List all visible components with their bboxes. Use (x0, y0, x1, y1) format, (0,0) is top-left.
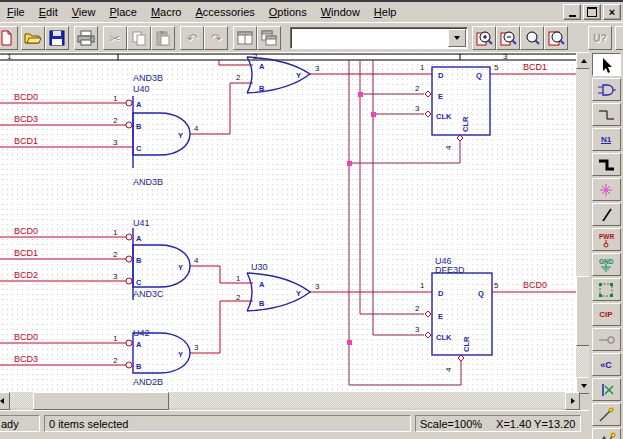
net-label[interactable]: BCD0 (14, 92, 38, 102)
clipped-tool-button[interactable]: ↕ (615, 26, 623, 50)
place-pin-tool[interactable] (592, 328, 621, 351)
pin-name[interactable]: Q (478, 289, 484, 298)
place-part-tool[interactable] (592, 78, 621, 101)
place-junction-tool[interactable] (592, 178, 621, 201)
open-button[interactable] (21, 26, 45, 50)
pin-name[interactable]: C (136, 144, 142, 153)
place-ground-tool[interactable]: GND (592, 253, 621, 276)
pin-number[interactable]: 2 (415, 84, 420, 93)
pin-name[interactable]: B (136, 362, 142, 371)
u41-value[interactable]: AND3C (133, 289, 164, 299)
pin-name[interactable]: E (438, 92, 443, 101)
menu-options[interactable]: Options (262, 4, 314, 20)
pin-name[interactable]: CLK (436, 112, 452, 121)
undo-button[interactable]: ↶ (180, 26, 204, 50)
pin-number[interactable]: 2 (113, 356, 118, 365)
print-button[interactable] (74, 26, 98, 50)
pin-name[interactable]: A (136, 100, 142, 109)
cascade-window-button[interactable] (257, 26, 281, 50)
pin-number[interactable]: 3 (113, 272, 118, 281)
page-section-3[interactable]: 3 (503, 52, 508, 61)
pin-number[interactable]: 2 (415, 304, 420, 313)
pin-name[interactable]: CLR (462, 336, 471, 352)
pin-number[interactable]: 1 (113, 228, 118, 237)
zoom-in-button[interactable] (472, 26, 496, 50)
menu-help[interactable]: Help (367, 4, 404, 20)
place-power-tool[interactable]: PWR (592, 228, 621, 251)
pin-number[interactable]: 3 (194, 343, 199, 352)
pin-number[interactable]: 5 (494, 281, 499, 290)
pin-number[interactable]: 1 (420, 281, 425, 290)
pin-name[interactable]: Y (178, 131, 183, 140)
u40-value[interactable]: AND3B (133, 177, 163, 187)
place-bus-entry-tool[interactable] (592, 203, 621, 226)
redo-button[interactable]: ↷ (204, 26, 228, 50)
net-label[interactable]: BCD3 (14, 114, 38, 124)
place-wire-tool[interactable] (592, 103, 621, 126)
pin-number[interactable]: 3 (315, 282, 320, 291)
combobox-dropdown-button[interactable] (448, 29, 466, 47)
pin-name[interactable]: E (438, 312, 443, 321)
place-net-alias-tool[interactable]: N1 (592, 128, 621, 151)
menu-edit[interactable]: Edit (32, 4, 65, 20)
menu-view[interactable]: View (65, 4, 103, 20)
pin-number[interactable]: 3 (415, 325, 420, 334)
page-section-2[interactable]: 2 (253, 52, 258, 61)
pin-name[interactable]: Q (476, 71, 482, 80)
pin-name[interactable]: Y (178, 350, 183, 359)
net-label[interactable]: BCD0 (14, 332, 38, 342)
restore-button[interactable] (583, 4, 601, 20)
close-button[interactable]: × (603, 4, 621, 20)
place-line-tool[interactable] (592, 403, 621, 426)
save-button[interactable] (45, 26, 69, 50)
pin-name[interactable]: Y (296, 71, 301, 80)
pin-name[interactable]: CLR (461, 116, 470, 132)
pin-name[interactable]: B (136, 256, 142, 265)
menu-file[interactable]: File (0, 4, 32, 20)
pin-name[interactable]: B (136, 122, 142, 131)
menu-macro[interactable]: Macro (144, 4, 189, 20)
pin-number[interactable]: 1 (420, 63, 425, 72)
tile-window-button[interactable] (233, 26, 257, 50)
net-label[interactable]: BCD1 (14, 136, 38, 146)
place-port-tool[interactable]: CIP (592, 303, 621, 326)
place-polyline-tool[interactable] (592, 428, 621, 439)
pin-number[interactable]: 2 (236, 293, 241, 302)
net-label[interactable]: BCD1 (14, 248, 38, 258)
pin-name[interactable]: A (136, 234, 142, 243)
menu-place[interactable]: Place (102, 4, 144, 20)
zoom-all-button[interactable] (544, 26, 568, 50)
pin-number[interactable]: 4 (194, 256, 199, 265)
net-label[interactable]: BCD0 (523, 280, 547, 290)
menu-window[interactable]: Window (314, 4, 367, 20)
pin-name[interactable]: CLK (436, 333, 452, 342)
pin-name[interactable]: A (136, 340, 142, 349)
pin-name[interactable]: D (438, 289, 444, 298)
u41-ref[interactable]: U41 (133, 218, 150, 228)
cut-button[interactable]: ✂ (103, 26, 127, 50)
pin-name[interactable]: B (259, 84, 265, 93)
minimize-button[interactable] (563, 4, 581, 20)
pin-number[interactable]: 5 (494, 63, 499, 72)
scroll-left-button[interactable] (0, 392, 10, 410)
copy-button[interactable] (127, 26, 151, 50)
pin-number[interactable]: 3 (113, 138, 118, 147)
u40-ref[interactable]: U40 (133, 84, 150, 94)
part-combobox[interactable] (290, 27, 468, 49)
vertical-scrollbar[interactable] (576, 52, 589, 392)
zoom-out-button[interactable] (496, 26, 520, 50)
net-label[interactable]: BCD2 (14, 270, 38, 280)
pin-name[interactable]: D (438, 71, 444, 80)
pin-number[interactable]: 2 (236, 73, 241, 82)
u30-ref[interactable]: U30 (251, 262, 268, 272)
pin-number[interactable]: 1 (113, 334, 118, 343)
pin-name[interactable]: C (136, 278, 142, 287)
place-bus-tool[interactable] (592, 153, 621, 176)
place-off-page-connector-tool[interactable]: «C (592, 353, 621, 376)
place-hierarchical-block-tool[interactable] (592, 278, 621, 301)
new-button[interactable] (0, 26, 18, 50)
horizontal-scroll-thumb[interactable] (33, 392, 169, 410)
horizontal-scrollbar[interactable] (0, 392, 578, 408)
paste-button[interactable] (151, 26, 175, 50)
place-no-connect-tool[interactable] (592, 378, 621, 401)
